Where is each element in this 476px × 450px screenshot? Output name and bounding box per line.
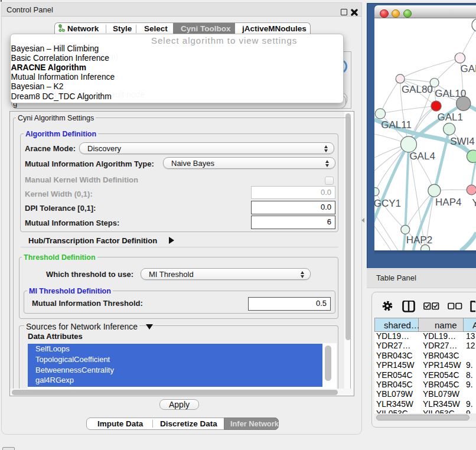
svg-text:GAL80: GAL80 xyxy=(402,84,433,95)
svg-text:GCY1: GCY1 xyxy=(374,198,401,209)
svg-text:GAL4: GAL4 xyxy=(409,151,435,162)
svg-text:GAL1: GAL1 xyxy=(438,112,463,123)
svg-text:SWI4: SWI4 xyxy=(450,136,475,147)
svg-text:GAL11: GAL11 xyxy=(381,119,412,131)
svg-text:GAL10: GAL10 xyxy=(435,88,466,99)
svg-text:HAP4: HAP4 xyxy=(435,197,461,208)
svg-text:HAP2: HAP2 xyxy=(406,234,432,246)
svg-text:GAL7: GAL7 xyxy=(461,63,476,74)
svg-text:Y: Y xyxy=(472,197,476,208)
